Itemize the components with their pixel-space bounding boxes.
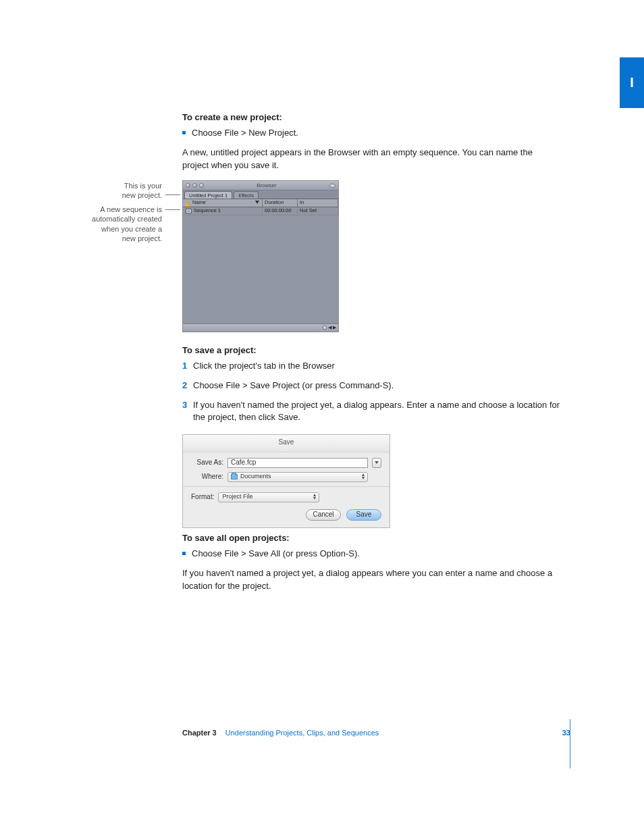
sequence-icon: [186, 209, 192, 213]
save-button[interactable]: Save: [346, 509, 381, 521]
step-1: 1Click the project's tab in the Browser: [182, 360, 560, 373]
step-number: 2: [182, 380, 187, 392]
paragraph: If you haven't named a project yet, a di…: [182, 567, 560, 593]
window-toggle-icon[interactable]: [329, 184, 336, 188]
bullet-list: Choose File > New Project.: [182, 127, 560, 140]
cancel-button[interactable]: Cancel: [306, 509, 341, 521]
side-rule: [570, 719, 570, 768]
callout-line2: automatically created: [92, 215, 162, 223]
table-row[interactable]: Sequence 1 00:00:00:00 Not Set: [183, 207, 338, 215]
callout-line4: new project.: [122, 234, 162, 242]
window-minimize-icon[interactable]: [192, 183, 197, 188]
cell-duration: 00:00:00:00: [263, 207, 298, 215]
column-name-label: Name: [192, 199, 206, 207]
step-text: If you haven't named the project yet, a …: [193, 400, 560, 423]
where-value: Documents: [240, 472, 271, 481]
callout-connector: [165, 194, 180, 195]
chevron-updown-icon: ▴▾: [313, 494, 316, 500]
browser-title: Browser: [206, 182, 327, 190]
callout-new-sequence: A new sequence is automatically created …: [68, 205, 162, 243]
save-as-row: Save As: Cafe.fcp: [191, 458, 381, 468]
expand-dialog-icon[interactable]: [372, 458, 381, 468]
step-3: 3If you haven't named the project yet, a…: [182, 399, 560, 425]
page-number: 33: [562, 728, 570, 739]
format-row: Format: Project File ▴▾: [191, 492, 381, 502]
browser-tabs: Untitled Project 1 Effects: [183, 190, 338, 199]
where-select[interactable]: Documents ▴▾: [227, 472, 368, 482]
column-name[interactable]: ☝ Name: [183, 199, 263, 207]
save-dialog-title: Save: [183, 435, 390, 452]
bullet-list: Choose File > Save All (or press Option-…: [182, 548, 560, 561]
chapter-title: Understanding Projects, Clips, and Seque…: [225, 729, 379, 737]
step-text: Choose File > Save Project (or press Com…: [193, 380, 394, 390]
format-select[interactable]: Project File ▴▾: [218, 492, 319, 502]
tab-effects[interactable]: Effects: [234, 191, 259, 199]
tab-untitled-project[interactable]: Untitled Project 1: [184, 191, 232, 199]
chevron-updown-icon: ▴▾: [362, 473, 365, 480]
browser-window: Browser Untitled Project 1 Effects ☝ Nam…: [182, 180, 339, 332]
paragraph: A new, untitled project appears in the B…: [182, 147, 560, 172]
where-row: Where: Documents ▴▾: [191, 472, 381, 482]
footer-left: Chapter 3 Understanding Projects, Clips,…: [182, 728, 379, 739]
side-tab: I: [620, 57, 644, 108]
pager-prev-icon[interactable]: ◀: [328, 324, 331, 331]
window-zoom-icon[interactable]: [199, 183, 204, 188]
callout-connector: [165, 209, 180, 210]
browser-columns: ☝ Name Duration In: [183, 199, 338, 207]
where-label: Where:: [191, 472, 223, 482]
dialog-buttons: Cancel Save: [191, 509, 381, 521]
browser-footer: ◀ ▶: [183, 323, 338, 332]
step-2: 2Choose File > Save Project (or press Co…: [182, 380, 560, 392]
sort-indicator-icon: [255, 201, 259, 204]
window-close-icon[interactable]: [186, 183, 190, 188]
divider: [183, 486, 390, 487]
pager: ◀ ▶: [323, 324, 336, 331]
callout-line3: when you create a: [101, 225, 162, 233]
page-footer: Chapter 3 Understanding Projects, Clips,…: [182, 728, 570, 739]
pager-track[interactable]: [323, 325, 327, 330]
browser-titlebar: Browser: [183, 181, 338, 190]
callout-new-project: This is your new project.: [81, 181, 162, 201]
bullet-item: Choose File > New Project.: [182, 127, 560, 140]
heading-save-all: To save all open projects:: [182, 532, 560, 545]
section-save-project: To save a project: 1Click the project's …: [182, 344, 560, 434]
section-save-all: To save all open projects: Choose File >…: [182, 532, 560, 599]
pager-next-icon[interactable]: ▶: [333, 324, 336, 331]
hand-icon: ☝: [184, 200, 191, 208]
callout-line2: new project.: [122, 191, 162, 199]
cell-name: Sequence 1: [183, 207, 263, 215]
callout-line1: This is your: [124, 182, 162, 190]
save-as-label: Save As:: [191, 458, 223, 468]
bullet-item: Choose File > Save All (or press Option-…: [182, 548, 560, 561]
step-number: 3: [182, 399, 187, 412]
folder-icon: [231, 474, 238, 479]
browser-empty-area: [183, 215, 338, 323]
column-duration[interactable]: Duration: [263, 199, 298, 207]
section-create-project: To create a new project: Choose File > N…: [182, 111, 560, 178]
chapter-label: Chapter 3: [182, 729, 217, 737]
heading-create-project: To create a new project:: [182, 111, 560, 124]
cell-in: Not Set: [298, 207, 338, 215]
format-value: Project File: [222, 492, 252, 501]
steps-list: 1Click the project's tab in the Browser …: [182, 360, 560, 424]
step-number: 1: [182, 360, 187, 373]
save-as-input[interactable]: Cafe.fcp: [227, 458, 368, 468]
step-text: Click the project's tab in the Browser: [193, 361, 335, 371]
column-in[interactable]: In: [298, 199, 338, 207]
callout-line1: A new sequence is: [100, 205, 162, 213]
heading-save-project: To save a project:: [182, 344, 560, 357]
save-dialog: Save Save As: Cafe.fcp Where: Documents …: [182, 434, 390, 528]
sequence-name: Sequence 1: [194, 207, 221, 215]
format-label: Format:: [191, 492, 214, 502]
